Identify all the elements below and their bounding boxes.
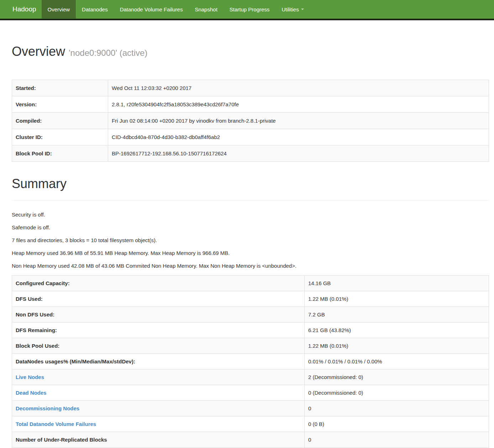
nav-tab-startup-progress[interactable]: Startup Progress: [224, 0, 276, 18]
security-status-text: Security is off.: [12, 211, 489, 218]
overview-info-table: Started: Wed Oct 11 12:03:32 +0200 2017 …: [12, 80, 489, 162]
hadoop-brand[interactable]: Hadoop: [7, 0, 42, 18]
non-heap-memory-text: Non Heap Memory used 42.08 MB of 43.06 M…: [12, 262, 489, 270]
table-row: Configured Capacity: 14.16 GB: [12, 276, 489, 291]
row-label: Live Nodes: [12, 369, 305, 385]
row-value: 2 (Decommissioned: 0): [305, 369, 489, 385]
row-label: Decommissioning Nodes: [12, 401, 305, 416]
page-title-text: Overview: [12, 44, 65, 59]
table-row: Non DFS Used: 7.2 GB: [12, 307, 489, 322]
row-label: Started:: [12, 80, 108, 96]
row-label: Cluster ID:: [12, 129, 108, 145]
nav-tab-utilities[interactable]: Utilities: [275, 0, 310, 18]
table-row: DataNodes usages% (Min/Median/Max/stdDev…: [12, 354, 489, 369]
row-value: 0: [305, 432, 489, 448]
table-row: Block Pool ID: BP-1692617712-192.168.56.…: [12, 145, 489, 162]
row-label: Configured Capacity:: [12, 276, 305, 291]
page-content: Overview'node0:9000' (active) Started: W…: [12, 44, 489, 448]
top-navbar: Hadoop Overview Datanodes Datanode Volum…: [0, 0, 494, 18]
row-value: 6.21 GB (43.82%): [305, 322, 489, 338]
row-value: 2.8.1, r20fe5304904fc2f5a18053c389e43cd2…: [108, 96, 489, 113]
table-row: Block Pool Used: 1.22 MB (0.01%): [12, 338, 489, 354]
navbar-border-dark: [0, 19, 494, 20]
chevron-down-icon: [301, 9, 304, 10]
heap-memory-text: Heap Memory used 36.96 MB of 55.91 MB He…: [12, 250, 489, 257]
section-divider: [12, 200, 489, 201]
nav-tab-datanode-volume-failures[interactable]: Datanode Volume Failures: [114, 0, 189, 18]
row-label: Version:: [12, 96, 108, 113]
row-label: DFS Remaining:: [12, 322, 305, 338]
summary-title: Summary: [12, 177, 489, 191]
row-label: Total Datanode Volume Failures: [12, 416, 305, 432]
table-row: Decommissioning Nodes 0: [12, 401, 489, 416]
table-row: Cluster ID: CID-4dbcd40a-870d-4d30-b382-…: [12, 129, 489, 145]
table-row: Version: 2.8.1, r20fe5304904fc2f5a18053c…: [12, 96, 489, 113]
row-value: 14.16 GB: [305, 276, 489, 291]
row-value: 0.01% / 0.01% / 0.01% / 0.00%: [305, 354, 489, 369]
row-value: 7.2 GB: [305, 307, 489, 322]
row-label: Non DFS Used:: [12, 307, 305, 322]
nav-tab-overview[interactable]: Overview: [42, 0, 76, 18]
row-value: 1.22 MB (0.01%): [305, 338, 489, 354]
navbar-menu: Overview Datanodes Datanode Volume Failu…: [42, 0, 310, 18]
page-title: Overview'node0:9000' (active): [12, 44, 489, 60]
row-label: Block Pool ID:: [12, 145, 108, 162]
table-row: Number of Under-Replicated Blocks 0: [12, 432, 489, 448]
total-datanode-volume-failures-link[interactable]: Total Datanode Volume Failures: [16, 421, 96, 427]
table-row: Started: Wed Oct 11 12:03:32 +0200 2017: [12, 80, 489, 96]
row-value: CID-4dbcd40a-870d-4d30-b382-db0aff4f6ab2: [108, 129, 489, 145]
row-label: DataNodes usages% (Min/Median/Max/stdDev…: [12, 354, 305, 369]
row-value: BP-1692617712-192.168.56.10-150771617262…: [108, 145, 489, 162]
decommissioning-nodes-link[interactable]: Decommissioning Nodes: [16, 405, 79, 411]
row-label: Compiled:: [12, 113, 108, 129]
row-value: Wed Oct 11 12:03:32 +0200 2017: [108, 80, 489, 96]
nav-tab-utilities-label: Utilities: [282, 6, 299, 12]
table-row: DFS Used: 1.22 MB (0.01%): [12, 291, 489, 307]
safemode-status-text: Safemode is off.: [12, 224, 489, 231]
row-label: Dead Nodes: [12, 385, 305, 401]
nav-tab-datanodes[interactable]: Datanodes: [76, 0, 114, 18]
table-row: Live Nodes 2 (Decommissioned: 0): [12, 369, 489, 385]
row-value: Fri Jun 02 08:14:00 +0200 2017 by vinodk…: [108, 113, 489, 129]
row-label: Block Pool Used:: [12, 338, 305, 354]
nav-tab-snapshot[interactable]: Snapshot: [189, 0, 223, 18]
page-title-subtitle: 'node0:9000' (active): [69, 48, 147, 58]
table-row: DFS Remaining: 6.21 GB (43.82%): [12, 322, 489, 338]
table-row: Compiled: Fri Jun 02 08:14:00 +0200 2017…: [12, 113, 489, 129]
filesystem-objects-text: 7 files and directories, 3 blocks = 10 t…: [12, 237, 489, 244]
table-row: Dead Nodes 0 (Decommissioned: 0): [12, 385, 489, 401]
dead-nodes-link[interactable]: Dead Nodes: [16, 390, 47, 396]
table-row: Total Datanode Volume Failures 0 (0 B): [12, 416, 489, 432]
row-value: 0: [305, 401, 489, 416]
row-label: Number of Under-Replicated Blocks: [12, 432, 305, 448]
summary-table: Configured Capacity: 14.16 GB DFS Used: …: [12, 275, 489, 448]
row-value: 0 (Decommissioned: 0): [305, 385, 489, 401]
row-value: 0 (0 B): [305, 416, 489, 432]
row-value: 1.22 MB (0.01%): [305, 291, 489, 307]
row-label: DFS Used:: [12, 291, 305, 307]
live-nodes-link[interactable]: Live Nodes: [16, 374, 44, 380]
